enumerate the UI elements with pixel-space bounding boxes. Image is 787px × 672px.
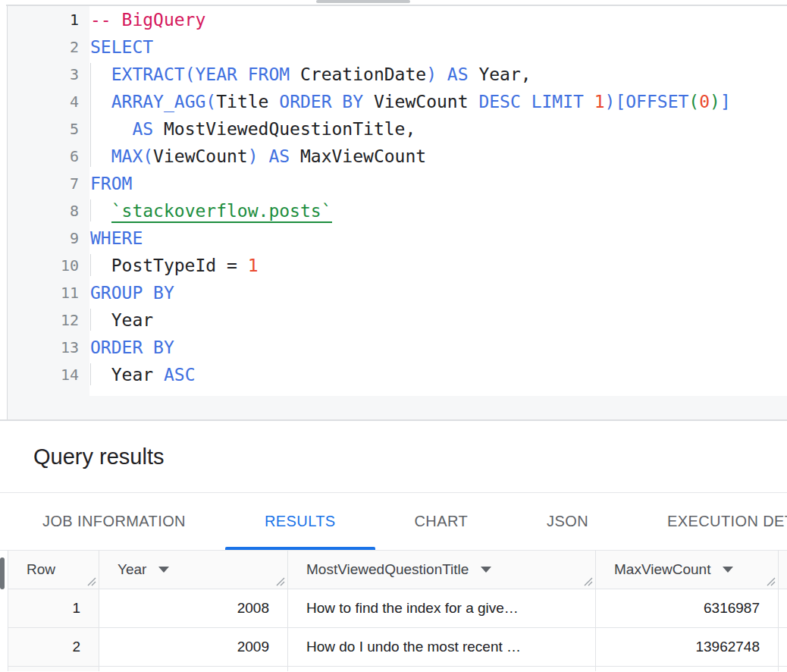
line-number: 5: [8, 115, 89, 143]
table-row: 12008How to find the index for a give…63…: [8, 589, 787, 628]
indent-guide: [90, 363, 91, 385]
code-line[interactable]: 7FROM: [8, 170, 787, 197]
code-line[interactable]: 14 Year ASC: [8, 361, 787, 388]
column-header-maxviewcount: MaxViewCount: [596, 551, 779, 589]
code-lines[interactable]: 1-- BigQuery2SELECT3 EXTRACT(YEAR FROM C…: [8, 6, 787, 388]
table-cell: [779, 589, 787, 627]
table-row: [8, 667, 787, 671]
code-line[interactable]: 6 MAX(ViewCount) AS MaxViewCount: [8, 143, 787, 170]
code-text: -- BigQuery: [89, 6, 787, 33]
code-line[interactable]: 10 PostTypeId = 1: [8, 252, 787, 279]
horizontal-scrollbar-thumb[interactable]: [316, 0, 410, 3]
column-label: MaxViewCount: [614, 561, 710, 578]
column-header-mostviewedquestiontitle: MostViewedQuestionTitle: [288, 551, 596, 589]
results-grid: RowYearMostViewedQuestionTitleMaxViewCou…: [8, 551, 787, 671]
column-menu-arrow-icon[interactable]: [723, 567, 733, 573]
line-number: 8: [8, 197, 89, 225]
line-number: 3: [8, 61, 89, 88]
line-number: 4: [8, 88, 89, 115]
line-number: 14: [8, 361, 89, 388]
code-text: `stackoverflow.posts`: [89, 197, 787, 225]
code-text: PostTypeId = 1: [89, 252, 787, 279]
vertical-scrollbar-thumb[interactable]: [0, 557, 5, 589]
table-cell: [99, 667, 288, 671]
code-text: WHERE: [89, 225, 787, 252]
code-text: Year: [89, 306, 787, 334]
line-number: 12: [8, 306, 89, 334]
code-text: MAX(ViewCount) AS MaxViewCount: [89, 143, 787, 170]
column-resize-handle-icon[interactable]: [274, 576, 285, 586]
table-cell: [8, 667, 99, 671]
table-cell: How do I undo the most recent …: [288, 628, 596, 666]
results-table-panel: RowYearMostViewedQuestionTitleMaxViewCou…: [0, 551, 787, 671]
tab-results[interactable]: RESULTS: [225, 493, 375, 550]
code-text: Year ASC: [89, 361, 787, 388]
line-number: 11: [8, 279, 89, 306]
code-line[interactable]: 8 `stackoverflow.posts`: [8, 197, 787, 225]
line-number: 9: [8, 225, 89, 252]
table-cell: How to find the index for a give…: [288, 589, 596, 627]
column-label: Row: [27, 561, 55, 578]
tab-json[interactable]: JSON: [507, 493, 628, 550]
column-resize-handle-icon[interactable]: [765, 576, 776, 586]
query-results-title: Query results: [33, 444, 164, 469]
line-number: 7: [8, 170, 89, 197]
table-header-row: RowYearMostViewedQuestionTitleMaxViewCou…: [8, 551, 787, 589]
table-cell: [288, 667, 596, 671]
indent-guide: [90, 309, 91, 331]
column-resize-handle-icon[interactable]: [582, 576, 593, 586]
code-text: ARRAY_AGG(Title ORDER BY ViewCount DESC …: [89, 88, 787, 115]
table-cell: [779, 667, 787, 671]
indent-guide: [90, 63, 91, 167]
line-number: 2: [8, 33, 89, 61]
code-line[interactable]: 5 AS MostViewedQuestionTitle,: [8, 115, 787, 143]
code-text: SELECT: [89, 33, 787, 61]
table-row: 22009How do I undo the most recent …1396…: [8, 628, 787, 667]
table-cell: [779, 628, 787, 666]
line-number: 1: [8, 6, 89, 33]
code-line[interactable]: 1-- BigQuery: [8, 6, 787, 33]
code-line[interactable]: 9WHERE: [8, 225, 787, 252]
indent-guide: [90, 254, 91, 276]
tab-job-information[interactable]: JOB INFORMATION: [3, 493, 225, 550]
code-text: ORDER BY: [89, 334, 787, 361]
code-line[interactable]: 13ORDER BY: [8, 334, 787, 361]
table-cell: [596, 667, 779, 671]
table-cell: 2008: [99, 589, 288, 627]
tab-chart[interactable]: CHART: [375, 493, 508, 550]
column-header-blank: [779, 551, 787, 589]
table-cell: 13962748: [596, 628, 779, 666]
results-tabs: JOB INFORMATIONRESULTSCHARTJSONEXECUTION…: [0, 493, 787, 551]
code-line[interactable]: 4 ARRAY_AGG(Title ORDER BY ViewCount DES…: [8, 88, 787, 115]
code-line[interactable]: 12 Year: [8, 306, 787, 334]
editor-footer-strip: [8, 396, 787, 419]
table-cell: 1: [8, 589, 99, 627]
line-number: 6: [8, 143, 89, 170]
column-header-year: Year: [99, 551, 288, 589]
code-text: FROM: [89, 170, 787, 197]
code-line[interactable]: 3 EXTRACT(YEAR FROM CreationDate) AS Yea…: [8, 61, 787, 88]
code-line[interactable]: 2SELECT: [8, 33, 787, 61]
line-number: 13: [8, 334, 89, 361]
top-horizontal-scrollbar: [0, 0, 787, 6]
column-menu-arrow-icon[interactable]: [158, 567, 169, 573]
column-header-row: Row: [8, 551, 99, 589]
code-line[interactable]: 11GROUP BY: [8, 279, 787, 306]
table-cell: 6316987: [596, 589, 779, 627]
code-text: EXTRACT(YEAR FROM CreationDate) AS Year,: [89, 61, 787, 88]
code-text: AS MostViewedQuestionTitle,: [89, 115, 787, 143]
panel-left-edge: [0, 6, 8, 419]
column-menu-arrow-icon[interactable]: [481, 567, 491, 573]
table-cell: 2: [8, 628, 99, 666]
code-text: GROUP BY: [89, 279, 787, 306]
column-resize-handle-icon[interactable]: [86, 576, 96, 586]
query-results-header: Query results: [0, 421, 787, 493]
indent-guide: [90, 199, 91, 221]
column-label: MostViewedQuestionTitle: [306, 561, 469, 578]
column-label: Year: [118, 561, 146, 578]
tab-execution-details[interactable]: EXECUTION DETAILS: [628, 493, 787, 550]
sql-editor-panel: 1-- BigQuery2SELECT3 EXTRACT(YEAR FROM C…: [0, 6, 787, 421]
table-cell: 2009: [99, 628, 288, 666]
line-number: 10: [8, 252, 89, 279]
